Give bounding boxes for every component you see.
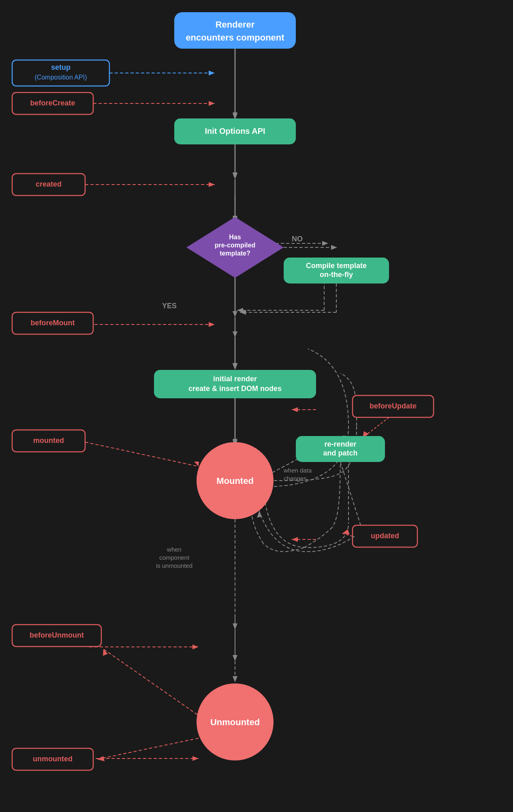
renderer-text-2: encounters component xyxy=(186,32,284,43)
compile-text-2: on-the-fly xyxy=(320,271,353,279)
renderer-node xyxy=(174,12,296,49)
before-update-text: beforeUpdate xyxy=(370,402,417,410)
when-unmounted-label-1: when xyxy=(167,546,182,553)
re-render-text-2: and patch xyxy=(323,449,357,457)
when-data-changes-label-2: changes xyxy=(284,475,307,482)
renderer-text-1: Renderer xyxy=(216,19,255,30)
updated-text: updated xyxy=(371,532,399,540)
created-text: created xyxy=(36,180,62,188)
unmounted-circle-text: Unmounted xyxy=(210,717,260,727)
template-text-1: Has xyxy=(229,234,241,241)
setup-text-2: (Composition API) xyxy=(35,74,87,81)
before-unmount-text: beforeUnmount xyxy=(30,631,84,639)
yes-label: YES xyxy=(162,302,177,310)
when-unmounted-label-3: is unmounted xyxy=(156,562,192,569)
when-unmounted-label-2: component xyxy=(159,554,190,561)
no-label: NO xyxy=(292,235,303,243)
before-mount-text: beforeMount xyxy=(31,319,75,327)
init-options-text: Init Options API xyxy=(205,127,265,135)
unmounted-hook-text: unmounted xyxy=(33,755,73,763)
re-render-text-1: re-render xyxy=(324,440,356,448)
initial-render-text-1: initial render xyxy=(213,375,257,383)
diagram-container: Renderer encounters component setup (Com… xyxy=(0,0,513,812)
initial-render-text-2: create & insert DOM nodes xyxy=(188,385,282,393)
compile-text-1: Compile template xyxy=(306,262,367,270)
mounted-circle-text: Mounted xyxy=(216,476,254,486)
setup-text-1: setup xyxy=(51,63,71,71)
template-text-2: pre-compiled xyxy=(215,242,255,249)
mounted-hook-text: mounted xyxy=(33,436,64,445)
template-text-3: template? xyxy=(220,250,250,257)
initial-render-node xyxy=(154,370,316,398)
when-data-changes-label-1: when data xyxy=(283,467,312,474)
before-create-text: beforeCreate xyxy=(30,99,75,107)
